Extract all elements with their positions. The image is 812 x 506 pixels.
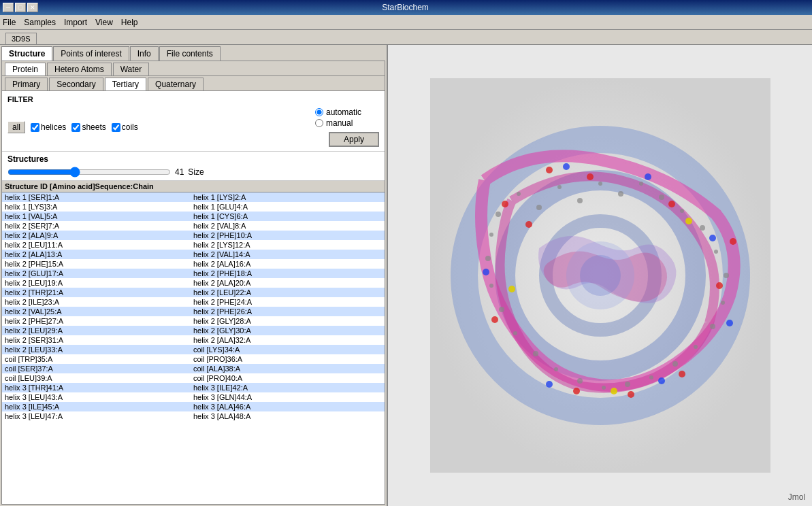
tab-info[interactable]: Info	[130, 46, 159, 61]
table-row[interactable]: helix 2 [LEU]11:Ahelix 2 [LYS]12:A	[2, 240, 385, 250]
filter-section: FILTER all helices sheets	[2, 91, 385, 152]
panel-tabs: Structure Points of interest Info File c…	[0, 45, 387, 61]
automatic-radio[interactable]	[315, 108, 323, 116]
table-row[interactable]: helix 2 [SER]31:Ahelix 2 [ALA]32:A	[2, 335, 385, 345]
table-row[interactable]: helix 2 [PHE]15:Ahelix 2 [ALA]16:A	[2, 259, 385, 269]
svg-point-30	[485, 256, 491, 261]
maximize-button[interactable]: □	[15, 3, 26, 12]
svg-point-34	[668, 201, 675, 207]
tertiary-tab-primary[interactable]: Primary	[5, 78, 48, 90]
table-row[interactable]: helix 2 [LEU]19:Ahelix 2 [ALA]20:A	[2, 278, 385, 288]
svg-point-26	[533, 351, 538, 356]
table-row[interactable]: helix 2 [LEU]29:Ahelix 2 [GLY]30:A	[2, 326, 385, 335]
table-row[interactable]: helix 3 [LEU]43:Ahelix 3 [GLN]44:A	[2, 392, 385, 402]
table-row[interactable]: helix 1 [VAL]5:Ahelix 1 [CYS]6:A	[2, 212, 385, 221]
close-button[interactable]: ✕	[27, 3, 38, 12]
table-row[interactable]: helix 2 [ILE]23:Ahelix 2 [PHE]24:A	[2, 297, 385, 307]
tertiary-tab-tertiary[interactable]: Tertiary	[105, 78, 146, 90]
table-row[interactable]: coil [SER]37:Acoil [ALA]38:A	[2, 364, 385, 373]
table-row[interactable]: helix 1 [LYS]3:Ahelix 1 [GLU]4:A	[2, 202, 385, 212]
slider-row: 41 Size	[7, 167, 379, 178]
apply-button[interactable]: Apply	[329, 132, 379, 147]
size-label: Size	[188, 167, 204, 177]
panel-body: Protein Hetero Atoms Water Primary Secon…	[1, 61, 385, 505]
svg-point-45	[709, 235, 716, 241]
svg-point-39	[546, 167, 553, 173]
table-row[interactable]: helix 3 [THR]41:Ahelix 3 [ILE]42:A	[2, 383, 385, 392]
svg-point-44	[645, 173, 651, 180]
table-row[interactable]: helix 2 [GLU]17:Ahelix 2 [PHE]18:A	[2, 269, 385, 278]
table-row[interactable]: helix 2 [ALA]13:Ahelix 2 [VAL]14:A	[2, 250, 385, 259]
left-panel: Structure Points of interest Info File c…	[0, 45, 388, 506]
automatic-radio-label[interactable]: automatic	[315, 107, 379, 117]
svg-point-42	[502, 201, 508, 207]
filter-label: FILTER	[7, 95, 379, 103]
coils-label: coils	[122, 122, 138, 132]
menu-file[interactable]: File	[3, 18, 16, 27]
tertiary-tab-quaternary[interactable]: Quaternary	[148, 78, 204, 90]
menu-samples[interactable]: Samples	[24, 18, 56, 27]
sheets-checkbox[interactable]	[71, 123, 80, 132]
all-button[interactable]: all	[7, 121, 25, 133]
svg-point-14	[700, 225, 705, 231]
svg-point-16	[724, 273, 729, 278]
table-row[interactable]: helix 2 [THR]21:Ahelix 2 [LEU]22:A	[2, 288, 385, 297]
manual-radio-label[interactable]: manual	[315, 118, 379, 128]
svg-point-19	[694, 345, 698, 349]
svg-point-36	[679, 371, 685, 377]
helices-checkbox-label[interactable]: helices	[31, 122, 66, 132]
main-content: Structure Points of interest Info File c…	[0, 45, 812, 506]
svg-point-25	[554, 367, 558, 371]
sheets-checkbox-label[interactable]: sheets	[71, 122, 105, 132]
size-slider[interactable]	[7, 167, 171, 178]
menu-help[interactable]: Help	[121, 18, 138, 27]
coils-checkbox-label[interactable]: coils	[112, 122, 138, 132]
menu-import[interactable]: Import	[64, 18, 87, 27]
svg-point-6	[536, 205, 542, 210]
tertiary-tab-secondary[interactable]: Secondary	[49, 78, 103, 90]
tertiary-tabs: Primary Secondary Tertiary Quaternary	[2, 76, 385, 91]
svg-point-5	[517, 192, 521, 196]
table-row[interactable]: helix 2 [PHE]27:Ahelix 2 [GLY]28:A	[2, 316, 385, 326]
coils-checkbox[interactable]	[112, 123, 120, 132]
sub-tab-water[interactable]: Water	[113, 63, 150, 75]
table-row[interactable]: coil [TRP]35:Acoil [PRO]36:A	[2, 354, 385, 364]
table-row[interactable]: helix 3 [ILE]45:Ahelix 3 [ALA]46:A	[2, 402, 385, 411]
manual-label: manual	[326, 118, 353, 128]
right-panel: Jmol	[388, 45, 812, 506]
radio-group: automatic manual Apply	[315, 107, 379, 147]
table-row[interactable]: helix 2 [VAL]25:Ahelix 2 [PHE]26:A	[2, 307, 385, 316]
table-row[interactable]: helix 2 [SER]7:Ahelix 2 [VAL]8:A	[2, 221, 385, 231]
table-row[interactable]: helix 3 [LEU]47:Ahelix 3 [ALA]48:A	[2, 411, 385, 421]
svg-point-12	[659, 195, 664, 200]
svg-point-27	[513, 331, 517, 335]
table-row[interactable]: helix 2 [LEU]33:Acoil [LYS]34:A	[2, 345, 385, 354]
app-title: StarBiochem	[38, 3, 773, 12]
tab-file-contents[interactable]: File contents	[159, 46, 221, 61]
svg-point-20	[672, 361, 678, 367]
svg-point-13	[680, 209, 684, 213]
svg-point-11	[639, 182, 643, 186]
helices-checkbox[interactable]	[31, 123, 39, 132]
menu-view[interactable]: View	[95, 18, 113, 27]
svg-point-4	[496, 212, 501, 217]
tab-points-of-interest[interactable]: Points of interest	[53, 46, 129, 61]
svg-point-35	[716, 282, 723, 289]
manual-radio[interactable]	[315, 119, 323, 127]
svg-point-37	[573, 388, 580, 394]
svg-point-17	[721, 301, 725, 305]
sub-tab-protein[interactable]: Protein	[5, 63, 46, 75]
minimize-button[interactable]: ─	[3, 3, 14, 12]
table-row[interactable]: coil [LEU]39:Acoil [PRO]40:A	[2, 373, 385, 383]
table-row[interactable]: helix 1 [SER]1:Ahelix 1 [LYS]2:A	[2, 192, 385, 202]
table-body[interactable]: helix 1 [SER]1:Ahelix 1 [LYS]2:Ahelix 1 …	[2, 192, 385, 504]
tab-3d9s[interactable]: 3D9S	[5, 33, 37, 44]
jmol-label: Jmol	[788, 492, 805, 502]
table-row[interactable]: helix 2 [ALA]9:Ahelix 2 [PHE]10:A	[2, 231, 385, 240]
svg-point-38	[491, 316, 498, 323]
sub-tab-hetero-atoms[interactable]: Hetero Atoms	[47, 63, 112, 75]
tab-structure[interactable]: Structure	[1, 46, 52, 61]
svg-point-33	[587, 173, 594, 180]
structures-section: Structures 41 Size	[2, 152, 385, 181]
svg-point-9	[598, 182, 602, 186]
